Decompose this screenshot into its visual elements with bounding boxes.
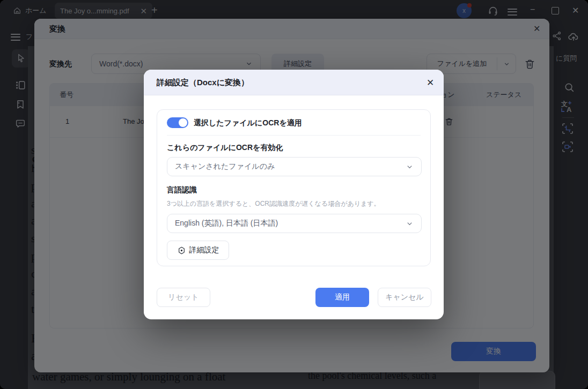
toggle-knob: [179, 118, 187, 127]
language-hint: 3つ以上の言語を選択すると、OCR認識速度が遅くなる場合があります。: [167, 199, 380, 208]
enable-ocr-select[interactable]: スキャンされたファイルのみ: [167, 157, 422, 176]
ocr-toggle[interactable]: [167, 117, 188, 128]
modal-close-icon[interactable]: ✕: [427, 77, 434, 88]
language-select[interactable]: English (英語), 日本語 (日本語): [167, 214, 422, 233]
language-label: 言語認識: [167, 185, 197, 195]
gear-icon: [177, 246, 186, 255]
ocr-settings-card: 選択したファイルにOCRを適用 これらのファイルにOCRを有効化 スキャンされた…: [157, 109, 431, 266]
modal-title: 詳細設定（Docxに変換）: [157, 70, 249, 95]
language-value: English (英語), 日本語 (日本語): [175, 219, 278, 228]
apply-ocr-label: 選択したファイルにOCRを適用: [194, 118, 302, 128]
chevron-down-icon: [406, 163, 414, 171]
enable-ocr-value: スキャンされたファイルのみ: [175, 162, 275, 171]
cancel-button[interactable]: キャンセル: [378, 288, 431, 307]
enable-ocr-label: これらのファイルにOCRを有効化: [167, 143, 283, 153]
divider: [167, 135, 421, 136]
app-window: ホーム The Joy o...mming.pdf ✕ + x − ✕ ファ に…: [0, 0, 588, 389]
apply-button[interactable]: 適用: [315, 288, 369, 307]
chevron-down-icon: [406, 220, 414, 228]
reset-button[interactable]: リセット: [157, 288, 210, 307]
modal-advanced-settings-button[interactable]: 詳細設定: [167, 241, 229, 260]
advanced-settings-modal: 詳細設定（Docxに変換） ✕ 選択したファイルにOCRを適用 これらのファイル…: [144, 70, 444, 319]
